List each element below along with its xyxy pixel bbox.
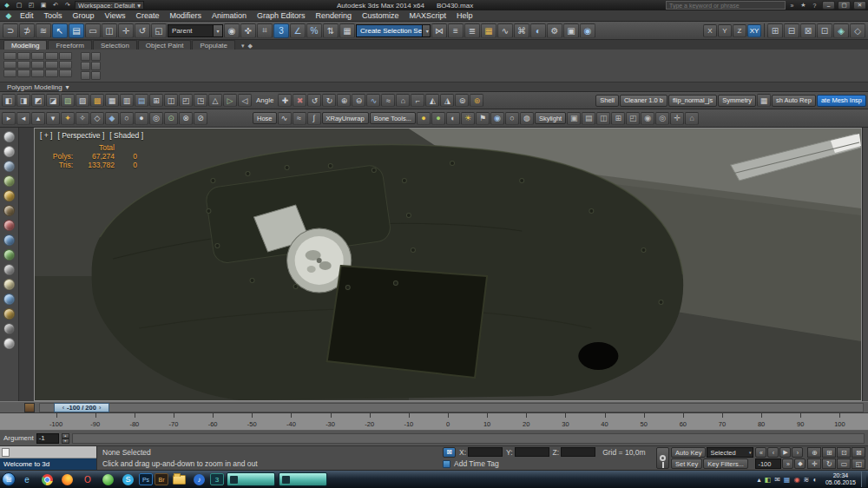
polygon-modeling-panel-bar[interactable]: Polygon Modeling ▾ [0,82,868,92]
zoom-region-icon[interactable]: ▭ [837,458,851,469]
tool-icon[interactable]: ◰ [179,94,193,107]
tool-icon[interactable]: ⊙ [164,112,178,125]
tab-selection[interactable]: Selection [93,40,137,49]
firefox-icon[interactable] [62,474,73,485]
rendered-frame-window-icon[interactable]: ▣ [563,23,579,38]
tool-icon[interactable]: ▷ [223,94,237,107]
ribbon-preset-button[interactable] [31,52,44,60]
viewport-shading-menu[interactable]: [ Shaded ] [109,131,143,140]
menu-item[interactable]: MAXScript [404,11,452,20]
argument-spinner[interactable]: ▴ ▾ [62,433,69,444]
ribbon-tool-button[interactable] [91,62,101,70]
save-file-icon[interactable]: ▣ [38,1,49,10]
viewport-general-menu[interactable]: [ + ] [40,131,52,140]
sun-icon[interactable]: ☀ [461,112,475,125]
mini-curve-editor-button[interactable] [24,403,35,412]
select-object-icon[interactable]: ↖ [52,23,68,38]
percent-snap-icon[interactable]: % [306,23,322,38]
tool-icon[interactable]: ▸ [2,112,16,125]
ribbon-preset-button[interactable] [3,61,16,69]
tray-icon[interactable]: ◧ [765,476,772,484]
z-coordinate-field[interactable]: Z: [553,447,596,457]
ribbon-preset-button[interactable] [31,61,44,69]
restore-button[interactable]: ▢ [838,1,851,10]
3ds-max-icon[interactable]: 3 [210,473,224,485]
listener-script-line[interactable]: Welcome to 3d [0,458,96,470]
tool-icon[interactable]: ▤ [135,94,148,107]
angle-snap-icon[interactable]: ∠ [290,23,306,38]
tab-freeform[interactable]: Freeform [48,40,91,49]
tool-icon[interactable]: △ [208,94,222,107]
open-file-icon[interactable]: ◰ [26,1,36,10]
tool-sphere-icon[interactable] [3,234,15,246]
ribbon-tool-button[interactable] [81,71,90,80]
tool-icon[interactable]: ⌂ [685,112,699,125]
unlink-selection-icon[interactable]: ⊅ [19,23,35,38]
menu-item[interactable]: Tools [39,11,68,20]
tool-icon[interactable]: ◇ [90,112,104,125]
ribbon-preset-button[interactable] [3,52,16,60]
checker-icon[interactable]: ▦ [757,94,771,107]
tab-populate[interactable]: Populate [192,40,235,49]
menu-item[interactable]: Help [451,11,478,20]
tool-sphere-icon[interactable] [3,323,15,334]
ribbon-preset-button[interactable] [45,52,58,60]
ribbon-tool-button[interactable] [81,52,90,61]
render-production-icon[interactable]: ◉ [580,23,595,38]
tool-sphere-icon[interactable] [3,264,15,275]
ribbon-tool-button[interactable] [91,52,101,61]
bone-tools-button[interactable]: Bone Tools... [370,112,416,124]
zoom-extents-icon[interactable]: ⊡ [837,447,851,458]
internet-explorer-icon[interactable]: e [17,472,36,487]
maximize-viewport-icon[interactable]: ◱ [852,458,865,469]
skype-icon[interactable]: S [122,474,134,485]
explorer-folder-icon[interactable] [173,475,186,485]
tool-sphere-icon[interactable] [3,161,15,172]
taskbar-window-button[interactable] [279,472,327,486]
tool-icon[interactable]: ∿ [366,94,380,107]
tool-icon[interactable]: ◉ [641,112,654,125]
ribbon-pin-icon[interactable]: ◆ [248,43,253,49]
tool-icon[interactable]: ◫ [596,112,610,125]
tool-icon[interactable]: ⊞ [611,112,625,125]
coordinate-input[interactable] [468,447,503,457]
add-time-tag-button[interactable]: Add Time Tag [454,459,499,468]
select-and-scale-icon[interactable]: ◱ [151,23,167,38]
tab-object-paint[interactable]: Object Paint [138,40,192,49]
curve-editor-icon[interactable]: ∿ [497,23,513,38]
edit-named-selection-sets-icon[interactable]: ▦ [339,23,355,38]
xrayunwrap-button[interactable]: XRayUnwrap [322,112,369,124]
tool-icon[interactable]: ⊡ [817,23,832,38]
align-icon[interactable]: ≡ [448,23,464,38]
select-and-move-icon[interactable]: ✛ [118,23,134,38]
named-selection-set-dropdown[interactable]: Create Selection Se ▾ [356,24,431,37]
menu-item[interactable]: Edit [15,11,39,20]
layer-manager-icon[interactable]: ≣ [464,23,480,38]
chevron-down-icon[interactable]: ▾ [213,25,222,36]
menu-item[interactable]: Graph Editors [252,11,311,20]
tool-icon[interactable]: ⊚ [455,94,469,107]
tool-icon[interactable]: ↻ [322,94,336,107]
media-player-icon[interactable]: ♪ [194,474,205,485]
menu-item[interactable]: Rendering [311,11,358,20]
tool-icon[interactable]: ∿ [278,112,292,125]
pan-icon[interactable]: ✛ [807,458,821,469]
max-logo-icon[interactable]: ◆ [3,11,15,20]
axis-x-button[interactable]: X [703,24,717,37]
play-animation-button[interactable]: ▶ [779,447,791,458]
menu-item[interactable]: Group [68,11,100,20]
mesh-inspector-button[interactable]: ate Mesh Insp [817,95,866,107]
tool-icon[interactable]: ◨ [16,94,30,107]
mesh-auto-repair-button[interactable]: sh Auto Rep [772,95,816,107]
tool-sphere-icon[interactable] [3,338,15,349]
schematic-view-icon[interactable]: ⌘ [514,23,529,38]
tool-icon[interactable]: ✧ [76,112,89,125]
tool-icon[interactable]: ⌐ [411,94,424,107]
tool-icon[interactable]: ○ [120,112,134,125]
tool-icon[interactable]: ≈ [293,112,306,125]
menu-item[interactable]: Customize [357,11,404,20]
tool-icon[interactable]: ⊟ [784,23,799,38]
tool-icon[interactable]: ▥ [120,94,134,107]
select-by-name-icon[interactable]: ▤ [69,23,84,38]
light-icon[interactable]: ● [431,112,445,125]
